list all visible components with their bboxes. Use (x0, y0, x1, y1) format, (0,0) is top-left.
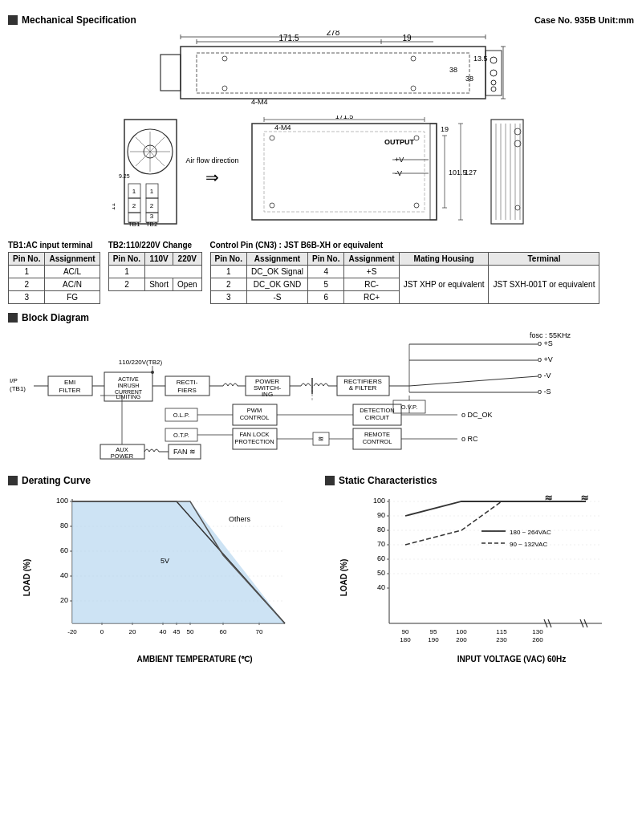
svg-text:FIERS: FIERS (177, 387, 197, 394)
svg-text:190: 190 (428, 636, 439, 643)
svg-text:o RC: o RC (461, 435, 478, 443)
svg-point-5 (490, 70, 497, 76)
svg-rect-1 (197, 53, 469, 93)
svg-text:3: 3 (150, 213, 154, 220)
svg-point-55 (270, 136, 274, 140)
svg-text:I/P: I/P (10, 377, 18, 384)
svg-text:ACTIVE: ACTIVE (118, 376, 139, 382)
svg-text:95: 95 (430, 628, 437, 635)
block-diagram-area: fosc : 55KHz I/P (TB1) EMI FILTER ACTIVE… (8, 328, 634, 462)
static-y-label: LOAD (%) (339, 558, 348, 596)
block-header-square (8, 313, 18, 323)
svg-text:PROTECTION: PROTECTION (234, 438, 274, 445)
svg-text:(TB1): (TB1) (10, 385, 26, 392)
svg-text:OUTPUT: OUTPUT (384, 138, 415, 146)
svg-text:13.5: 13.5 (473, 55, 488, 63)
right-panel-view (490, 116, 530, 228)
svg-text:≋: ≋ (318, 435, 324, 443)
tb1-title: TB1:AC input terminal (8, 241, 100, 250)
svg-text:fosc : 55KHz: fosc : 55KHz (530, 331, 571, 339)
svg-text:278: 278 (327, 30, 340, 37)
svg-text:o DC_OK: o DC_OK (461, 411, 493, 419)
svg-rect-77 (430, 124, 437, 220)
bottom-sections: Derating Curve LOAD (%) 100 80 60 40 20 (8, 469, 634, 663)
svg-text:O.T.P.: O.T.P. (173, 432, 189, 439)
svg-text:38: 38 (465, 75, 473, 83)
table-row: 2 (210, 278, 246, 291)
svg-point-4 (490, 57, 497, 63)
table-row: -S (246, 291, 307, 304)
side-view-main: 4-M4 171.5 19 101.5 127 OUTPUT (244, 116, 485, 228)
table-row: Pin No. (210, 253, 246, 266)
svg-text:40: 40 (60, 571, 68, 579)
svg-text:& FILTER: & FILTER (349, 384, 377, 392)
table-row: Pin No. (308, 253, 344, 266)
derating-y-label: LOAD (%) (22, 558, 31, 596)
svg-text:60: 60 (220, 628, 227, 635)
svg-text:90: 90 (377, 511, 385, 519)
table-row: 1 (210, 266, 246, 278)
table-row: 3 (210, 291, 246, 304)
tb1-table: Pin No. Assignment 1AC/L 2AC/N 3FG (8, 252, 100, 304)
svg-text:9.25: 9.25 (119, 173, 130, 179)
svg-point-28 (411, 56, 416, 61)
table-row: AC/L (45, 266, 100, 278)
block-diagram-header: Block Diagram (8, 312, 634, 323)
header-square (8, 15, 18, 25)
svg-text:POWER: POWER (111, 452, 134, 460)
svg-text:180 ~ 264VAC: 180 ~ 264VAC (510, 529, 551, 536)
table-row: JST SXH-001T or equivalent (489, 266, 599, 304)
svg-text:70: 70 (377, 540, 385, 548)
svg-text:20: 20 (129, 628, 136, 635)
svg-text:CIRCUIT: CIRCUIT (365, 414, 390, 421)
svg-text:O.L.P.: O.L.P. (173, 412, 189, 419)
svg-text:1: 1 (150, 188, 154, 195)
svg-text:110/220V(TB2): 110/220V(TB2) (119, 359, 163, 366)
cn3-block: Control Pin (CN3) : JST B6B-XH or equiva… (210, 241, 600, 304)
svg-text:-20: -20 (67, 628, 77, 635)
table-row: AC/N (45, 278, 100, 291)
mechanical-title: Mechanical Specification (22, 14, 136, 26)
table-row: Short (145, 278, 173, 291)
airflow-arrow: ⇒ (205, 168, 219, 187)
tb1-block: TB1:AC input terminal Pin No. Assignment… (8, 241, 100, 304)
svg-text:FAN ≋: FAN ≋ (173, 448, 196, 456)
svg-text:RECTI-: RECTI- (177, 379, 198, 386)
svg-text:4-M4: 4-M4 (251, 98, 268, 106)
table-row: Terminal (489, 253, 599, 266)
svg-text:230: 230 (496, 636, 507, 643)
block-diagram-title: Block Diagram (22, 312, 89, 323)
svg-text:171.5: 171.5 (278, 34, 299, 43)
tb2-title: TB2:110/220V Change (108, 241, 202, 250)
static-x-label: INPUT VOLTAGE (VAC) 60Hz (389, 655, 634, 663)
svg-text:38: 38 (449, 66, 457, 74)
table-row: RC+ (344, 291, 399, 304)
svg-text:60: 60 (377, 554, 385, 562)
svg-text:o +S: o +S (538, 339, 553, 347)
svg-text:CONTROL: CONTROL (240, 414, 270, 421)
svg-text:LIMITING: LIMITING (116, 394, 140, 400)
svg-text:100: 100 (456, 628, 467, 635)
svg-point-57 (414, 136, 419, 140)
svg-text:2: 2 (132, 202, 136, 209)
cn3-table: Pin No. Assignment Pin No. Assignment Ma… (210, 252, 600, 304)
svg-text:127: 127 (465, 168, 477, 177)
static-section: Static Characteristics LOAD (%) 100 90 8… (325, 469, 634, 663)
table-row: 4 (308, 266, 344, 278)
svg-rect-0 (181, 47, 486, 99)
svg-text:90 ~ 132VAC: 90 ~ 132VAC (510, 541, 547, 548)
svg-text:180: 180 (400, 636, 411, 643)
svg-text:19: 19 (441, 125, 449, 133)
svg-line-126 (409, 376, 538, 386)
static-header: Static Characteristics (325, 475, 634, 486)
svg-rect-2 (160, 55, 181, 91)
derating-x-label: AMBIENT TEMPERATURE (℃) (72, 655, 317, 663)
svg-text:260: 260 (532, 636, 543, 643)
airflow-label: Air flow direction (185, 156, 238, 164)
svg-text:80: 80 (377, 526, 385, 534)
static-chart: LOAD (%) 100 90 80 70 60 50 40 (325, 491, 634, 663)
svg-text:EMI: EMI (64, 379, 75, 386)
svg-point-58 (414, 203, 419, 208)
table-row: Mating Housing (399, 253, 489, 266)
svg-text:130: 130 (532, 628, 543, 635)
